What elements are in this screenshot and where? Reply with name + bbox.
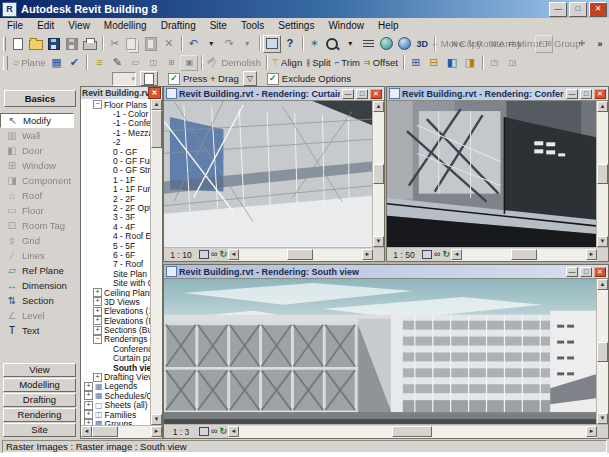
tree-item[interactable]: 4 - Roof Ext — [81, 231, 150, 240]
tree-item[interactable]: 7 - Roof — [81, 260, 150, 269]
resize-grip[interactable] — [373, 249, 384, 261]
tree-item[interactable]: + ▦ Legends — [81, 382, 150, 391]
horizontal-scrollbar[interactable]: ◄ ► — [228, 426, 597, 438]
horizontal-scrollbar[interactable]: ◄ ► — [451, 249, 597, 261]
rendering-south-view-image[interactable] — [164, 279, 596, 424]
menu-item[interactable]: Site — [203, 20, 234, 31]
resize-grip[interactable] — [597, 249, 608, 261]
minimize-button[interactable]: — — [342, 89, 354, 99]
design-bar-tab[interactable]: View — [3, 363, 76, 377]
toolbox-tool[interactable]: ⇅ Section — [0, 293, 80, 308]
expander-icon[interactable]: + — [84, 391, 93, 400]
exclude-options-checkbox[interactable] — [267, 73, 279, 85]
tree-item[interactable]: Curtain pane — [81, 354, 150, 363]
maximize-button[interactable]: □ — [569, 2, 587, 17]
toolbar-overflow-button[interactable]: » — [591, 35, 609, 53]
design-bar-tab[interactable]: Rendering — [3, 408, 76, 422]
match-type-button[interactable]: ≡ — [90, 55, 108, 71]
model-graphics-style-icon[interactable] — [199, 250, 209, 259]
tree-item[interactable]: 3 - 3F — [81, 213, 150, 222]
minimize-button[interactable]: — — [566, 89, 578, 99]
scroll-down-icon[interactable]: ▼ — [373, 236, 384, 247]
expander-icon[interactable]: + — [93, 316, 102, 325]
tree-item[interactable]: 0 - GF — [81, 147, 150, 156]
expander-icon[interactable]: + — [84, 410, 93, 419]
horizontal-scrollbar[interactable]: ◄ ► — [81, 425, 162, 438]
vertical-scrollbar[interactable]: ▲ ▼ — [150, 99, 162, 425]
design-bar-tab[interactable]: Site — [3, 423, 76, 437]
linework-button[interactable]: ✎ — [108, 55, 126, 71]
shadows-icon[interactable]: ∞ — [211, 250, 217, 259]
tree-item[interactable]: − Floor Plans — [81, 100, 150, 109]
menu-item[interactable]: Edit — [30, 20, 61, 31]
tree-item[interactable]: Conference — [81, 344, 150, 353]
tree-item[interactable]: Site Plan — [81, 269, 150, 278]
scroll-left-icon[interactable]: ◄ — [81, 426, 92, 437]
attach-button[interactable]: ◧ — [443, 55, 461, 71]
fine-grid-button[interactable]: ▦ — [47, 55, 65, 71]
tree-item[interactable]: + 3D Views — [81, 297, 150, 306]
tree-item[interactable]: 6 - 6F — [81, 250, 150, 259]
toolbox-tool[interactable]: ▥ Wall — [0, 128, 80, 143]
undo-dropdown[interactable]: ▾ — [202, 35, 220, 53]
rendering-conference-area-image[interactable] — [387, 101, 596, 247]
toolbox-tool[interactable]: ▭ Floor — [0, 203, 80, 218]
zoom-button[interactable] — [323, 35, 341, 53]
scroll-up-icon[interactable]: ▲ — [597, 279, 608, 290]
model-graphics-style-icon[interactable] — [199, 427, 209, 436]
scroll-down-icon[interactable]: ▼ — [597, 236, 608, 247]
spin-view-icon[interactable]: ↻ — [219, 427, 227, 436]
scroll-left-icon[interactable]: ◄ — [228, 249, 239, 260]
design-bar-tab[interactable]: Modelling — [3, 378, 76, 392]
scrollbar-thumb[interactable] — [597, 164, 608, 184]
expander-icon[interactable]: + — [84, 382, 93, 391]
toolbox-tool[interactable]: ⌂ Roof — [0, 188, 80, 203]
tree-item[interactable]: -1 - Conferen — [81, 119, 150, 128]
close-button[interactable]: ✕ — [589, 2, 607, 17]
paint-button[interactable]: ✔ — [65, 55, 83, 71]
tree-item[interactable]: + ◫ Families — [81, 410, 150, 419]
scrollbar-thumb[interactable] — [92, 426, 118, 437]
menu-item[interactable]: Settings — [271, 20, 321, 31]
toolbox-tool[interactable]: ◨ Component — [0, 173, 80, 188]
view-scale[interactable]: 1 : 50 — [387, 250, 421, 260]
expander-icon[interactable]: + — [84, 401, 93, 410]
element-properties-button[interactable] — [140, 71, 158, 86]
advanced-model-graphics-button[interactable] — [395, 35, 413, 53]
toolbox-tool[interactable]: T Text — [0, 323, 80, 338]
view-scale[interactable]: 1 : 10 — [164, 250, 198, 260]
tree-item[interactable]: + Drafting Views (D — [81, 372, 150, 381]
vertical-scrollbar[interactable]: ▲ ▼ — [372, 101, 384, 247]
offset-button[interactable]: ⇉Offset — [362, 55, 400, 71]
scroll-up-icon[interactable]: ▲ — [151, 99, 162, 110]
menu-item[interactable]: File — [0, 20, 30, 31]
expander-icon[interactable]: + — [93, 297, 102, 306]
scroll-right-icon[interactable]: ► — [362, 249, 373, 260]
spin-view-icon[interactable]: ↻ — [219, 250, 227, 259]
tree-item[interactable]: − Renderings — [81, 335, 150, 344]
thin-lines-button[interactable] — [359, 35, 377, 53]
design-bar-tab[interactable]: Drafting — [3, 393, 76, 407]
view-window-titlebar[interactable]: Revit Building.rvt - Rendering: Curtain … — [164, 87, 384, 100]
close-button[interactable]: ✕ — [594, 267, 606, 277]
dynamically-modify-view-button[interactable] — [263, 35, 281, 53]
scrollbar-thumb[interactable] — [597, 342, 608, 362]
project-browser-titlebar[interactable]: Revit Building.rvt - Pr... ✕ — [81, 87, 162, 99]
shadows-icon[interactable]: ∞ — [211, 427, 217, 436]
scrollbar-thumb[interactable] — [287, 249, 313, 260]
scrollbar-thumb[interactable] — [511, 249, 537, 260]
default-3d-view-button[interactable]: 3D — [413, 35, 431, 53]
toolbox-tool[interactable]: ⊞ Window — [0, 158, 80, 173]
expander-icon[interactable]: + — [93, 326, 102, 335]
view-window-titlebar[interactable]: Revit Building.rvt - Rendering: Conferen… — [387, 87, 608, 100]
scroll-left-icon[interactable]: ◄ — [451, 249, 462, 260]
open-button[interactable] — [27, 35, 45, 53]
expander-icon[interactable]: + — [93, 373, 102, 382]
tree-item[interactable]: + Ceiling Plans — [81, 288, 150, 297]
tab-basics[interactable]: Basics — [4, 90, 76, 107]
tree-item[interactable]: + Elevations (Elev — [81, 316, 150, 325]
scroll-left-icon[interactable]: ◄ — [228, 426, 239, 437]
align-button[interactable]: ⊤Align — [270, 55, 304, 71]
tree-item[interactable]: 2 - 2F Option — [81, 203, 150, 212]
tree-item[interactable]: 5 - 5F — [81, 241, 150, 250]
